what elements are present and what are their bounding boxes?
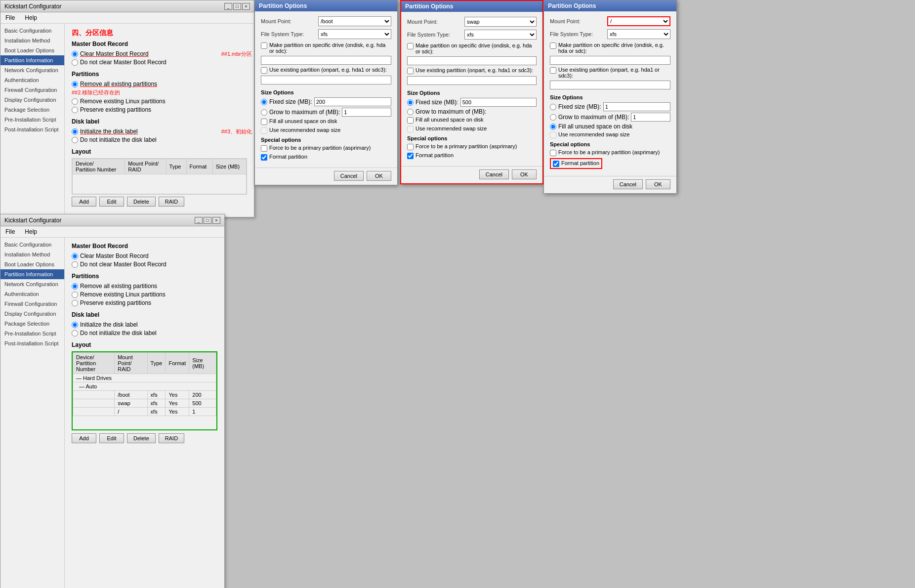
bottom-sidebar-basic[interactable]: Basic Configuration (0, 240, 64, 250)
edit-button[interactable]: Edit (99, 197, 124, 207)
sidebar-item-install[interactable]: Installation Method (0, 36, 64, 45)
sidebar-item-postscript[interactable]: Post-Installation Script (0, 125, 64, 134)
dialog1-fixed-size-row[interactable]: Fixed size (MB): (261, 97, 391, 106)
sidebar-item-display[interactable]: Display Configuration (0, 95, 64, 105)
dialog3-mount-select[interactable]: / (607, 16, 670, 26)
sidebar-item-basic[interactable]: Basic Configuration (0, 26, 64, 36)
bottom-sidebar-partition[interactable]: Partition Information (0, 269, 64, 279)
dialog1-grow-radio[interactable] (261, 109, 267, 116)
sidebar-item-prescript[interactable]: Pre-Installation Script (0, 115, 64, 125)
dialog1-format-cb[interactable] (261, 154, 267, 161)
window-controls[interactable]: _ □ × (224, 3, 250, 10)
dialog3-grow-row[interactable]: Grow to maximum of (MB): (550, 113, 670, 122)
bottom-sidebar-prescript[interactable]: Pre-Installation Script (0, 329, 64, 338)
sidebar-item-packages[interactable]: Package Selection (0, 105, 64, 115)
bottom-sidebar-bootloader[interactable]: Boot Loader Options (0, 259, 64, 269)
dialog2-fixed-input[interactable] (460, 98, 537, 107)
dialog1-use-existing-cb[interactable] (261, 67, 267, 74)
mbr-clear-radio[interactable] (72, 51, 78, 57)
bottom-mbr-clear-option[interactable]: Clear Master Boot Record (72, 252, 217, 259)
preserve-radio[interactable] (72, 107, 78, 113)
dialog3-grow-radio[interactable] (550, 114, 556, 121)
dialog1-mount-select[interactable]: /boot (318, 16, 391, 26)
init-disklabel-radio[interactable] (72, 128, 78, 135)
noinit-disklabel-radio[interactable] (72, 137, 78, 143)
close-button[interactable]: × (242, 3, 250, 10)
dialog1-fill-cb[interactable] (261, 119, 267, 125)
dialog2-fill-cb[interactable] (407, 117, 414, 124)
bottom-sidebar-firewall[interactable]: Firewall Configuration (0, 299, 64, 309)
dialog1-fixed-radio[interactable] (261, 99, 267, 105)
dialog3-fixed-input[interactable] (603, 102, 670, 111)
bottom-noinit-disklabel-radio[interactable] (72, 330, 78, 336)
dialog2-use-existing-input[interactable] (407, 76, 537, 85)
sidebar-item-firewall[interactable]: Firewall Configuration (0, 85, 64, 95)
bottom-mbr-noclear-radio[interactable] (72, 261, 78, 268)
bottom-minimize-button[interactable]: _ (195, 217, 203, 224)
table-row-boot[interactable]: /boot xfs Yes 200 (73, 391, 216, 399)
file-menu[interactable]: File (2, 13, 18, 22)
remove-all-option[interactable]: Remove all existing partitions (72, 81, 247, 87)
dialog2-fixed-size-row[interactable]: Fixed size (MB): (407, 98, 537, 107)
bottom-preserve-option[interactable]: Preserve existing partitions (72, 299, 217, 306)
dialog3-format-cb[interactable] (553, 161, 559, 167)
dialog2-grow-radio[interactable] (407, 109, 414, 115)
dialog3-fixed-size-row[interactable]: Fixed size (MB): (550, 102, 670, 111)
dialog3-fs-select[interactable]: xfs (607, 29, 670, 39)
bottom-init-disklabel-option[interactable]: Initialize the disk label (72, 321, 217, 328)
bottom-help-menu[interactable]: Help (22, 227, 40, 236)
bottom-add-button[interactable]: Add (72, 433, 96, 443)
sidebar-item-bootloader[interactable]: Boot Loader Options (0, 45, 64, 55)
delete-button[interactable]: Delete (127, 197, 156, 207)
bottom-init-disklabel-radio[interactable] (72, 322, 78, 328)
dialog3-make-specific-input[interactable] (550, 56, 670, 65)
sidebar-item-auth[interactable]: Authentication (0, 75, 64, 85)
bottom-sidebar-install[interactable]: Installation Method (0, 250, 64, 259)
mbr-noclear-option[interactable]: Do not clear Master Boot Record (72, 59, 247, 66)
dialog3-fill-radio[interactable] (550, 124, 556, 130)
bottom-remove-linux-option[interactable]: Remove existing Linux partitions (72, 291, 217, 298)
bottom-preserve-radio[interactable] (72, 300, 78, 306)
bottom-delete-button[interactable]: Delete (127, 433, 156, 443)
help-menu[interactable]: Help (22, 13, 40, 22)
preserve-option[interactable]: Preserve existing partitions (72, 106, 247, 113)
dialog2-cancel-button[interactable]: Cancel (479, 169, 509, 179)
bottom-noinit-disklabel-option[interactable]: Do not initialize the disk label (72, 330, 217, 336)
dialog2-swap-cb[interactable] (407, 126, 414, 132)
dialog2-use-existing-cb[interactable] (407, 68, 414, 74)
dialog1-fixed-input[interactable] (314, 97, 391, 106)
bottom-close-button[interactable]: × (212, 217, 220, 224)
bottom-sidebar-network[interactable]: Network Configuration (0, 279, 64, 289)
bottom-edit-button[interactable]: Edit (99, 433, 124, 443)
dialog3-make-specific-cb[interactable] (550, 42, 556, 49)
mbr-noclear-radio[interactable] (72, 59, 78, 66)
bottom-raid-button[interactable]: RAID (159, 433, 184, 443)
bottom-mbr-noclear-option[interactable]: Do not clear Master Boot Record (72, 261, 217, 268)
dialog3-swap-cb[interactable] (550, 132, 556, 138)
bottom-remove-all-radio[interactable] (72, 283, 78, 290)
dialog1-swap-cb[interactable] (261, 127, 267, 134)
add-button[interactable]: Add (72, 197, 96, 207)
dialog3-grow-input[interactable] (631, 113, 670, 122)
sidebar-item-network[interactable]: Network Configuration (0, 65, 64, 75)
dialog2-grow-row[interactable]: Grow to maximum of (MB): (407, 108, 537, 115)
bottom-sidebar-packages[interactable]: Package Selection (0, 319, 64, 329)
dialog3-fixed-radio[interactable] (550, 104, 556, 110)
dialog3-cancel-button[interactable]: Cancel (613, 179, 643, 189)
dialog1-cancel-button[interactable]: Cancel (334, 171, 364, 181)
dialog3-fill-row[interactable]: Fill all unused space on disk (550, 123, 670, 130)
maximize-button[interactable]: □ (233, 3, 241, 10)
remove-all-radio[interactable] (72, 81, 78, 87)
dialog3-use-existing-input[interactable] (550, 81, 670, 89)
bottom-mbr-clear-radio[interactable] (72, 253, 78, 259)
dialog2-make-specific-input[interactable] (407, 56, 537, 65)
dialog1-fs-select[interactable]: xfs (318, 29, 391, 39)
dialog1-primary-cb[interactable] (261, 145, 267, 152)
bottom-sidebar-postscript[interactable]: Post-Installation Script (0, 338, 64, 348)
dialog1-grow-input[interactable] (342, 108, 391, 117)
dialog2-ok-button[interactable]: OK (512, 169, 537, 179)
dialog1-grow-row[interactable]: Grow to maximum of (MB): (261, 108, 391, 117)
bottom-window-controls[interactable]: _ □ × (195, 217, 220, 224)
remove-linux-option[interactable]: Remove existing Linux partitions (72, 98, 247, 105)
bottom-maximize-button[interactable]: □ (204, 217, 211, 224)
